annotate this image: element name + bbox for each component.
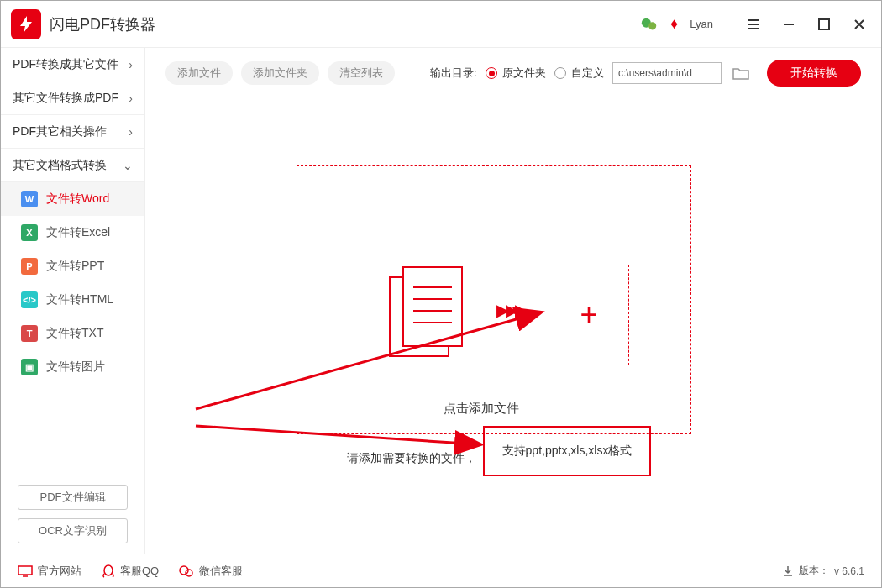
cat-label: 其它文档格式转换 [13,158,107,173]
sidebar-item-to-excel[interactable]: X文件转Excel [1,216,144,249]
sidebar-item-label: 文件转Excel [46,225,110,240]
version-value: v 6.6.1 [834,565,864,577]
click-add-text: 点击添加文件 [444,401,519,417]
txt-icon: T [21,325,38,342]
cat-label: 其它文件转换成PDF [13,91,118,106]
sidebar-subitems: W文件转Word X文件转Excel P文件转PPT </>文件转HTML T文… [1,182,144,384]
supported-formats-box: 支持ppt,pptx,xls,xlsx格式 [483,426,651,476]
image-icon: ▣ [21,359,38,375]
word-icon: W [21,191,38,207]
sidebar-item-to-txt[interactable]: T文件转TXT [1,317,144,350]
ppt-icon: P [21,258,38,275]
pdf-edit-button[interactable]: PDF文件编辑 [18,485,128,510]
cat-label: PDF转换成其它文件 [13,57,118,72]
menu-button[interactable] [742,13,765,36]
sidebar-cat-pdf-ops[interactable]: PDF其它相关操作› [1,115,144,149]
sidebar-item-label: 文件转图片 [46,360,105,375]
app-title: 闪电PDF转换器 [50,14,155,34]
app-logo [11,9,41,39]
body: PDF转换成其它文件› 其它文件转换成PDF› PDF其它相关操作› 其它文档格… [1,48,881,554]
monitor-icon [18,565,33,577]
wechat-icon [179,564,194,578]
sidebar-item-label: 文件转Word [46,192,109,207]
output-path-input[interactable] [612,62,722,84]
arrows-icon: ▶▶▶ [496,300,524,320]
svg-rect-4 [403,267,462,346]
lightning-icon [16,14,36,34]
qq-icon [102,564,115,579]
radio-label: 自定义 [571,66,604,81]
radio-custom-folder[interactable]: 自定义 [554,66,604,81]
ocr-button[interactable]: OCR文字识别 [18,518,128,543]
maximize-button[interactable] [812,13,836,36]
radio-original-folder[interactable]: 原文件夹 [486,66,546,81]
dropzone[interactable] [297,165,691,434]
footer: 官方网站 客服QQ 微信客服 版本： v 6.6.1 [1,554,881,587]
svg-rect-11 [18,566,32,575]
sidebar-item-to-html[interactable]: </>文件转HTML [1,283,144,317]
close-button[interactable] [848,13,871,36]
svg-point-1 [648,22,656,29]
footer-label: 客服QQ [120,564,159,579]
qq-support-link[interactable]: 客服QQ [102,564,159,579]
svg-point-13 [104,565,113,575]
version-label: 版本： [799,564,829,578]
radio-icon [554,67,566,79]
wechat-support-link[interactable]: 微信客服 [179,564,243,579]
html-icon: </> [21,291,38,308]
sidebar-cat-other-to-pdf[interactable]: 其它文件转换成PDF› [1,81,144,115]
sidebar-item-to-image[interactable]: ▣文件转图片 [1,350,144,384]
sidebar-cat-pdf-to-other[interactable]: PDF转换成其它文件› [1,48,144,81]
excel-icon: X [21,224,38,241]
chevron-right-icon: › [129,125,133,139]
version-info: 版本： v 6.6.1 [782,564,864,578]
official-site-link[interactable]: 官方网站 [18,564,81,579]
wechat-icon[interactable] [640,15,659,34]
sidebar-cat-other-formats[interactable]: 其它文档格式转换⌄ [1,149,144,182]
titlebar-right: ♦ Lyan [640,13,871,36]
sidebar-item-to-word[interactable]: W文件转Word [1,182,144,216]
browse-folder-button[interactable] [730,62,752,84]
footer-label: 微信客服 [199,564,243,579]
start-convert-button[interactable]: 开始转换 [767,60,861,87]
add-file-plus[interactable]: + [549,265,629,365]
sidebar-item-label: 文件转PPT [46,259,104,274]
cat-label: PDF其它相关操作 [13,124,107,139]
minimize-button[interactable] [777,13,801,36]
sidebar-item-to-ppt[interactable]: P文件转PPT [1,249,144,283]
folder-icon [732,66,749,80]
radio-label: 原文件夹 [502,66,546,81]
username[interactable]: Lyan [690,18,713,30]
sidebar: PDF转换成其它文件› 其它文件转换成PDF› PDF其它相关操作› 其它文档格… [1,48,145,554]
sidebar-bottom: PDF文件编辑 OCR文字识别 [1,475,144,554]
chevron-down-icon: ⌄ [123,159,133,172]
add-folder-button[interactable]: 添加文件夹 [241,61,319,85]
documents-icon [385,262,477,363]
sidebar-item-label: 文件转TXT [46,326,103,341]
toolbar: 添加文件 添加文件夹 清空列表 输出目录: 原文件夹 自定义 开始转换 [145,48,881,98]
hint-prefix: 请添加需要转换的文件， [347,451,476,466]
output-dir-label: 输出目录: [430,66,477,81]
chevron-right-icon: › [129,92,133,105]
footer-label: 官方网站 [38,564,81,579]
app-window: 闪电PDF转换器 ♦ Lyan PDF转换成其它文件› 其它文件转换成PDF› … [0,0,882,588]
clear-list-button[interactable]: 清空列表 [328,61,395,85]
add-file-button[interactable]: 添加文件 [165,61,233,85]
sidebar-item-label: 文件转HTML [46,292,113,307]
chevron-right-icon: › [129,58,133,71]
download-icon [782,565,794,577]
main-area: 添加文件 添加文件夹 清空列表 输出目录: 原文件夹 自定义 开始转换 ▶▶▶ [145,48,881,554]
titlebar: 闪电PDF转换器 ♦ Lyan [1,1,881,48]
radio-icon [486,67,497,79]
vip-icon[interactable]: ♦ [670,15,678,33]
svg-rect-2 [819,19,829,29]
